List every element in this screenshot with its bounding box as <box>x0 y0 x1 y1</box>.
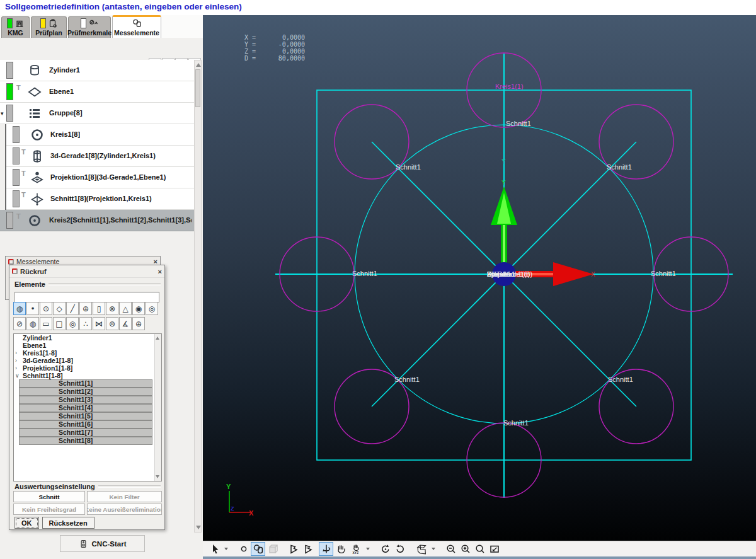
tab-kmg[interactable]: KMG <box>1 16 30 38</box>
rotate-view-button[interactable] <box>319 542 333 556</box>
cursor-dropdown-icon[interactable] <box>224 548 228 550</box>
3d-viewport[interactable]: Schnitt1Schnitt1Schnitt1Schnitt1Schnitt1… <box>203 15 756 541</box>
ok-button[interactable]: OK <box>14 517 39 529</box>
tree-row-projektion1[interactable]: T Projektion1[8](3d-Gerade1,Ebene1) <box>6 167 194 188</box>
run-state-bar <box>6 83 13 100</box>
sphere-feature-button[interactable]: ⊕ <box>79 302 92 315</box>
outlier-setting-button[interactable]: Keine Ausreißerelimination <box>87 504 162 515</box>
list-item[interactable]: Schnitt1[3] <box>19 396 152 404</box>
element-list[interactable]: Zylinder1Ebene1›Kreis1[1-8]›3d-Gerade1[1… <box>13 333 162 481</box>
zoom-in-button[interactable] <box>458 542 472 556</box>
run-state-bar <box>13 126 20 143</box>
list-scrollbar[interactable] <box>154 334 161 481</box>
reset-button[interactable]: Rücksetzen <box>42 517 94 529</box>
scroll-down-icon[interactable] <box>196 526 201 529</box>
element-filter-input[interactable] <box>14 292 159 303</box>
list-item[interactable]: Schnitt1[8] <box>19 437 152 445</box>
tree-scrollbar[interactable] <box>194 60 202 533</box>
zoom-out-button[interactable] <box>444 542 458 556</box>
cylinder-feature-button[interactable]: ▯ <box>93 302 105 315</box>
list-item[interactable]: Schnitt1[5] <box>19 412 152 420</box>
probe-sphere-feature-button[interactable]: ◉ <box>132 302 145 315</box>
rectangle-feature-button[interactable]: □ <box>53 317 66 330</box>
list-item[interactable]: ›3d-Gerade1[1-8] <box>14 357 161 364</box>
move-dropdown-icon[interactable] <box>366 548 370 550</box>
list-item[interactable]: Zylinder1 <box>14 334 161 342</box>
list-item[interactable]: ›Projektion1[1-8] <box>14 364 161 372</box>
list-item[interactable]: Schnitt1[6] <box>19 420 152 429</box>
constraint-setting-button[interactable]: Kein Freiheitsgrad <box>13 504 85 515</box>
circle-vector-feature-button[interactable]: ⊚ <box>106 317 118 330</box>
list-item[interactable]: Schnitt1[4] <box>19 404 152 412</box>
tree-row-gruppe[interactable]: ▾ Gruppe[8] <box>0 103 194 124</box>
view-orientation-button[interactable] <box>413 542 430 556</box>
coordinate-readout: X =0,0000 Y =-0,0000 Z =0,0000 D =80,000… <box>244 34 305 62</box>
list-item[interactable]: Schnitt1[1] <box>19 379 152 388</box>
expander-icon[interactable]: › <box>15 349 21 357</box>
torus-feature-button[interactable]: ◎ <box>66 317 79 330</box>
list-item[interactable]: ›Kreis1[1-8] <box>14 349 161 357</box>
feature-set-feature-button[interactable]: ◍ <box>26 317 39 330</box>
line-feature-button[interactable]: ╱ <box>66 302 79 315</box>
list-item[interactable]: Schnitt1[2] <box>19 388 152 396</box>
section-setting-button[interactable]: Schnitt <box>13 491 85 502</box>
zoom-window-button[interactable] <box>472 542 487 556</box>
viewport-background[interactable] <box>203 15 756 541</box>
tab-messelemente[interactable]: Messelemente <box>112 15 161 38</box>
cone-feature-button[interactable]: △ <box>119 302 132 315</box>
tab-pruefplan[interactable]: Prüfplan <box>31 16 67 38</box>
rotate-ccw-button[interactable] <box>392 542 407 556</box>
tree-row-kreis1[interactable]: Kreis1[8] <box>6 124 194 146</box>
tab-pruefmerkmale[interactable]: Prüfmerkmale <box>68 16 111 38</box>
feature-select-button[interactable] <box>251 542 265 556</box>
symmetry-feature-button[interactable]: ⋈ <box>93 317 105 330</box>
probe-alt-button[interactable] <box>301 542 315 556</box>
tree-row-3dgerade1[interactable]: T 3d-Gerade1[8](Zylinder1,Kreis1) <box>6 146 194 167</box>
tolerance-flag: T <box>21 170 26 177</box>
list-item[interactable]: Schnitt1[7] <box>19 429 152 437</box>
rotate-cw-button[interactable] <box>378 542 392 556</box>
list-item[interactable]: ∨Schnitt1[1-8] <box>14 372 161 379</box>
probe-button[interactable] <box>286 542 301 556</box>
slot-feature-button[interactable]: ▭ <box>40 317 52 330</box>
expander-icon[interactable]: ∨ <box>15 372 21 379</box>
point-feature-button[interactable]: • <box>26 302 39 315</box>
tree-row-schnitt1[interactable]: T Schnitt1[8](Projektion1,Kreis1) <box>6 188 194 210</box>
inscribed-circle-feature-button[interactable]: ⊕ <box>132 317 145 330</box>
select-cursor-button[interactable] <box>208 542 222 556</box>
angle-point-feature-button[interactable]: ∡ <box>119 317 132 330</box>
section-icon <box>30 192 44 209</box>
list-item-label: Schnitt1[5] <box>59 413 93 420</box>
circle-feature-button[interactable]: ⊙ <box>40 302 52 315</box>
tree-row-ebene1[interactable]: T Ebene1 <box>0 81 194 103</box>
tree-row-kreis2[interactable]: T Kreis2[Schnitt1[1],Schnitt1[2],Schnitt… <box>0 210 194 231</box>
rueckruf-dialog[interactable]: Rückruf × Elemente ◍•⊙◇╱⊕▯⊗△◉◎ ⊘◍▭□◎∴⋈⊚∡… <box>9 265 165 530</box>
scroll-up-icon[interactable] <box>196 63 201 67</box>
cnc-start-button[interactable]: CNC-Start <box>60 535 145 552</box>
fit-view-button[interactable] <box>487 542 501 556</box>
expander-icon[interactable]: › <box>15 357 21 364</box>
cad-scene[interactable]: Schnitt1Schnitt1Schnitt1Schnitt1Schnitt1… <box>203 15 756 541</box>
theoretical-circle-feature-button[interactable]: ⊗ <box>106 302 118 315</box>
all-features-feature-button[interactable]: ◍ <box>13 302 26 315</box>
plane-feature-button[interactable]: ◇ <box>53 302 66 315</box>
filter-setting-button[interactable]: Kein Filter <box>87 491 162 502</box>
solid-view-button[interactable] <box>265 542 280 556</box>
pan-hand-button[interactable] <box>333 542 348 556</box>
scroll-down-icon[interactable] <box>156 475 159 478</box>
expander-icon[interactable]: › <box>15 364 21 372</box>
move-xyz-button[interactable]: XYZ <box>348 542 364 556</box>
tree-row-zylinder1[interactable]: Zylinder1 <box>0 60 194 81</box>
list-item[interactable]: Ebene1 <box>14 342 161 349</box>
point-mode-button[interactable] <box>236 542 251 556</box>
tolerance-flag: T <box>21 148 26 156</box>
point-sequence-feature-button[interactable]: ∴ <box>79 317 92 330</box>
scroll-thumb[interactable] <box>195 69 200 107</box>
paired-feature-feature-button[interactable]: ◎ <box>146 302 158 315</box>
expander-icon[interactable]: ▾ <box>1 110 4 117</box>
ellipse-feature-button[interactable]: ⊘ <box>13 317 26 330</box>
dialog-titlebar[interactable]: Rückruf × <box>9 265 164 278</box>
view-dropdown-icon[interactable] <box>432 548 435 550</box>
close-icon[interactable]: × <box>158 268 162 275</box>
scroll-up-icon[interactable] <box>156 337 159 340</box>
